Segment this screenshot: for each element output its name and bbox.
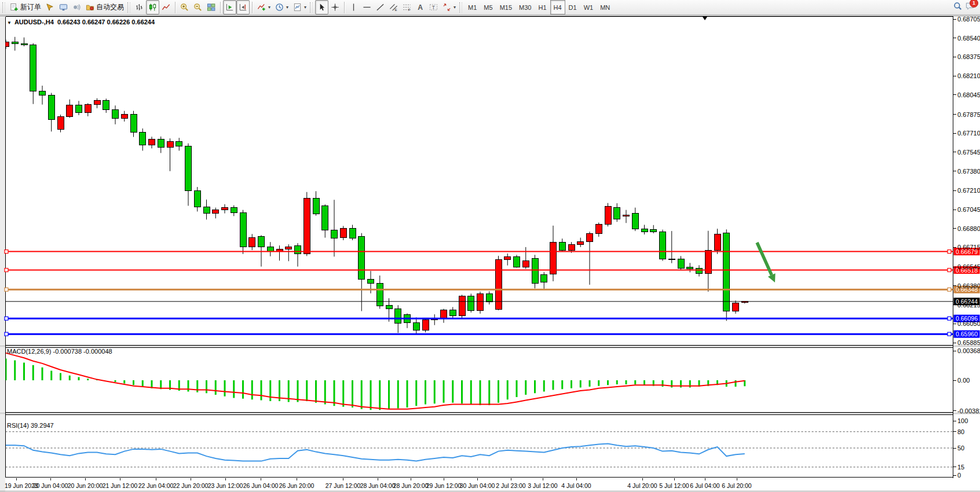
chart-symbol: AUDUSD-,H4 xyxy=(14,19,54,25)
svg-text:0.67875: 0.67875 xyxy=(957,111,980,118)
auto-scroll-icon xyxy=(225,3,234,12)
svg-text:0.68045: 0.68045 xyxy=(957,91,980,98)
bars-icon xyxy=(135,3,144,12)
autotrading-button[interactable]: 自动交易 xyxy=(83,0,126,14)
notification-badge: 1 xyxy=(970,0,978,8)
templates-button[interactable]: ▾ xyxy=(291,0,309,14)
bar-chart-button[interactable] xyxy=(133,0,146,14)
macd-label: MACD(12,26,9) -0.000738 -0.000048 xyxy=(7,348,112,355)
svg-text:27 Jun 12:00: 27 Jun 12:00 xyxy=(326,482,361,489)
toolbar-separator xyxy=(344,2,345,13)
equidistant-channel-button[interactable]: E xyxy=(387,0,400,14)
mt4-window: 新订单自动交易▾▾▾EFAT▾M1M5M15M30H1H4D1W1MN1 0.6… xyxy=(0,0,980,492)
svg-text:4 Jul 20:00: 4 Jul 20:00 xyxy=(627,482,657,489)
line-chart-button[interactable] xyxy=(159,0,173,14)
svg-text:6 Jul 04:00: 6 Jul 04:00 xyxy=(690,482,720,489)
mql-community-button[interactable] xyxy=(43,0,57,14)
svg-text:80: 80 xyxy=(957,428,964,435)
indicators-icon xyxy=(257,3,266,12)
search-icon xyxy=(953,2,962,12)
notifications-button[interactable]: 1 xyxy=(966,2,974,13)
timeframe-mn-button[interactable]: MN xyxy=(597,0,613,14)
svg-text:0.67380: 0.67380 xyxy=(957,168,980,175)
svg-text:100: 100 xyxy=(957,417,968,424)
timeframe-h1-button[interactable]: H1 xyxy=(535,0,550,14)
trendline-button[interactable] xyxy=(374,0,387,14)
chart-canvas[interactable]: 0.666790.665180.663480.660960.659600.662… xyxy=(0,0,980,492)
crosshair-icon xyxy=(331,3,339,12)
svg-text:20 Jun 04:00: 20 Jun 04:00 xyxy=(33,482,68,489)
arrows-button[interactable]: ▾ xyxy=(440,0,458,14)
toolbar-separator xyxy=(220,2,221,13)
svg-text:4 Jul 04:00: 4 Jul 04:00 xyxy=(561,482,591,489)
periods-icon xyxy=(275,3,284,12)
fibonacci-button[interactable]: F xyxy=(400,0,414,14)
svg-text:F: F xyxy=(408,8,411,12)
svg-text:0.66380: 0.66380 xyxy=(957,282,980,289)
zoom-out-button[interactable] xyxy=(191,0,204,14)
timeframe-h4-button[interactable]: H4 xyxy=(550,0,565,14)
search-button[interactable] xyxy=(953,2,962,13)
svg-text:5 Jul 12:00: 5 Jul 12:00 xyxy=(659,482,689,489)
chevron-down-icon: ▾ xyxy=(268,5,270,10)
svg-text:2 Jul 23:00: 2 Jul 23:00 xyxy=(496,482,526,489)
svg-text:6 Jul 20:00: 6 Jul 20:00 xyxy=(722,482,752,489)
chevron-down-icon: ▾ xyxy=(454,5,456,10)
new-order-button[interactable]: 新订单 xyxy=(8,0,43,14)
vertical-line-button[interactable] xyxy=(347,0,360,14)
timeframe-m1-button[interactable]: M1 xyxy=(465,0,480,14)
cursor-button[interactable] xyxy=(315,0,328,14)
tiles-icon xyxy=(207,3,215,12)
timeframe-d1-button[interactable]: D1 xyxy=(565,0,580,14)
crosshair-button[interactable] xyxy=(328,0,342,14)
rsi-pane[interactable] xyxy=(6,415,953,478)
autotrading-icon xyxy=(86,3,94,12)
horizontal-line-button[interactable] xyxy=(360,0,374,14)
channel-icon: E xyxy=(389,3,398,12)
trendline-icon xyxy=(376,3,385,12)
timeframe-m15-button[interactable]: M15 xyxy=(496,0,515,14)
gold-cursor-icon xyxy=(46,3,54,12)
svg-text:28 Jun 20:00: 28 Jun 20:00 xyxy=(393,482,429,489)
svg-text:21 Jun 12:00: 21 Jun 12:00 xyxy=(103,482,138,489)
timeframe-m30-button[interactable]: M30 xyxy=(515,0,535,14)
svg-text:20 Jun 20:00: 20 Jun 20:00 xyxy=(68,482,103,489)
svg-text:E: E xyxy=(394,8,397,12)
svg-text:0.68375: 0.68375 xyxy=(957,53,980,60)
svg-text:0.67545: 0.67545 xyxy=(957,149,980,156)
svg-text:26 Jun 04:00: 26 Jun 04:00 xyxy=(243,482,279,489)
autotrading-button-label: 自动交易 xyxy=(96,2,124,12)
svg-text:0.66050: 0.66050 xyxy=(957,320,980,327)
chart-shift-button[interactable] xyxy=(236,0,250,14)
timeframe-m5-button[interactable]: M5 xyxy=(480,0,496,14)
chart-ohlc: 0.66243 0.66247 0.66226 0.66244 xyxy=(57,19,155,25)
periods-button[interactable]: ▾ xyxy=(273,0,291,14)
auto-scroll-button[interactable] xyxy=(223,0,236,14)
toolbar-separator xyxy=(252,2,253,13)
zoom-in-button[interactable] xyxy=(178,0,191,14)
indicators-button[interactable]: ▾ xyxy=(255,0,273,14)
text-button[interactable]: A xyxy=(414,0,427,14)
line-chart-icon xyxy=(162,3,170,12)
templates-icon xyxy=(293,3,302,12)
alerts-button[interactable] xyxy=(70,0,83,14)
svg-text:0.67210: 0.67210 xyxy=(957,187,980,194)
svg-text:29 Jun 12:00: 29 Jun 12:00 xyxy=(426,482,462,489)
chart-shift-icon xyxy=(239,3,247,12)
arrows-icon xyxy=(443,3,451,12)
svg-text:0.66545: 0.66545 xyxy=(957,263,980,270)
new-order-button-label: 新订单 xyxy=(20,2,41,12)
chart-collapse-icon[interactable]: ▼ xyxy=(7,20,12,25)
fibonacci-icon: F xyxy=(403,3,411,12)
chart-profile-button[interactable] xyxy=(57,0,70,14)
svg-text:0.67710: 0.67710 xyxy=(957,130,980,137)
timeframe-w1-button[interactable]: W1 xyxy=(580,0,597,14)
svg-text:0.65885: 0.65885 xyxy=(957,339,980,346)
candlestick-chart-button[interactable] xyxy=(146,0,159,14)
tile-windows-button[interactable] xyxy=(204,0,218,14)
toolbar-grip xyxy=(2,2,5,13)
text-icon: A xyxy=(416,3,425,12)
text-label-button[interactable]: T xyxy=(427,0,440,14)
rsi-value: 39.2947 xyxy=(31,422,54,429)
svg-text:26 Jun 20:00: 26 Jun 20:00 xyxy=(279,482,315,489)
